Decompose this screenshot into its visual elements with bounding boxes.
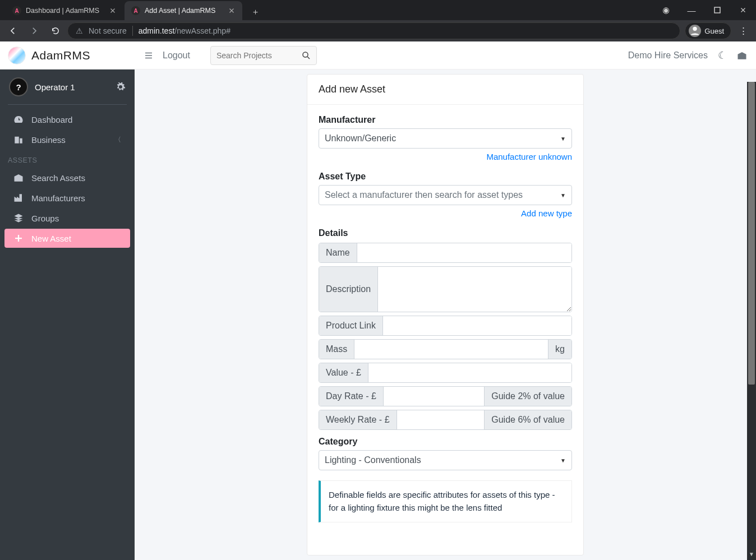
browser-tab-2[interactable]: A Add Asset | AdamRMS: [125, 1, 242, 20]
mass-input[interactable]: [354, 340, 548, 359]
logout-link[interactable]: Logout: [163, 50, 190, 61]
asset-type-label: Asset Type: [319, 172, 572, 182]
card-title: Add new Asset: [307, 75, 583, 105]
add-new-type-link[interactable]: Add new type: [521, 209, 572, 218]
manufacturer-value: Unknown/Generic: [325, 133, 396, 143]
profile-chip[interactable]: Guest: [685, 22, 731, 39]
name-input[interactable]: [357, 243, 571, 262]
tab-title: Add Asset | AdamRMS: [145, 7, 215, 15]
sidebar-item-search-assets[interactable]: Search Assets: [4, 168, 130, 187]
chevron-left-icon: 〈: [114, 135, 121, 145]
gauge-icon: [13, 114, 25, 124]
day-rate-label: Day Rate - £: [319, 387, 384, 406]
new-asset-card: Add new Asset Manufacturer Unknown/Gener…: [307, 74, 584, 556]
day-rate-hint: Guide 2% of value: [484, 387, 571, 406]
warehouse-icon[interactable]: [737, 50, 747, 61]
not-secure-label: Not secure: [89, 26, 127, 35]
sidebar-item-dashboard[interactable]: Dashboard: [4, 110, 130, 129]
back-button[interactable]: [3, 22, 22, 40]
product-link-input[interactable]: [383, 316, 571, 335]
category-value: Lighting - Conventionals: [325, 455, 421, 465]
kebab-icon[interactable]: ⋮: [734, 26, 753, 36]
window-close-icon[interactable]: [730, 0, 756, 20]
details-header: Details: [319, 228, 572, 238]
manufacturer-unknown-link[interactable]: Manufacturer unknown: [486, 152, 572, 161]
value-field-group: Value - £: [319, 363, 572, 383]
tab-title: Dashboard | AdamRMS: [26, 7, 99, 15]
product-link-field-group: Product Link: [319, 316, 572, 336]
value-label: Value - £: [319, 363, 368, 382]
category-select[interactable]: Lighting - Conventionals ▼: [319, 450, 572, 470]
mass-field-group: Mass kg: [319, 339, 572, 359]
tenant-label[interactable]: Demo Hire Services: [628, 50, 708, 61]
name-field-group: Name: [319, 243, 572, 263]
brand[interactable]: AdamRMS: [0, 41, 135, 70]
week-rate-label: Weekly Rate - £: [319, 410, 397, 429]
description-input[interactable]: [378, 267, 571, 312]
sidebar-section-header: ASSETS: [0, 150, 135, 168]
asset-type-placeholder: Select a manufacturer then search for as…: [325, 190, 523, 200]
category-label: Category: [319, 437, 572, 447]
value-input[interactable]: [368, 363, 571, 382]
scroll-thumb[interactable]: [748, 82, 755, 385]
address-bar[interactable]: ⚠ Not secure admin.test/newAsset.php#: [67, 22, 680, 39]
profile-label: Guest: [704, 27, 724, 35]
minimize-icon[interactable]: —: [679, 0, 704, 20]
close-icon[interactable]: [228, 7, 236, 15]
mass-unit: kg: [548, 340, 571, 359]
maximize-icon[interactable]: [704, 0, 730, 20]
avatar-icon: [689, 25, 701, 37]
incognito-icon: ◉: [653, 0, 679, 20]
svg-point-2: [303, 52, 308, 57]
not-secure-icon: ⚠: [76, 26, 83, 35]
sidebar-item-label: Search Assets: [31, 173, 85, 183]
sidebar-item-business[interactable]: Business 〈: [4, 130, 130, 149]
brand-title: AdamRMS: [31, 49, 90, 62]
mass-label: Mass: [319, 340, 354, 359]
chevron-down-icon: ▼: [560, 192, 566, 198]
scroll-down-icon[interactable]: ▼: [747, 551, 756, 560]
building-icon: [13, 135, 25, 145]
search-icon[interactable]: [301, 50, 311, 61]
name-label: Name: [319, 243, 357, 262]
product-link-label: Product Link: [319, 316, 383, 335]
url-host: admin.test: [139, 26, 175, 35]
new-tab-button[interactable]: ＋: [247, 3, 264, 20]
reload-button[interactable]: [46, 22, 65, 40]
week-rate-hint: Guide 6% of value: [484, 410, 571, 429]
menu-toggle-icon[interactable]: [144, 50, 154, 61]
url-path: /newAsset.php#: [174, 26, 231, 35]
svg-rect-0: [714, 7, 720, 13]
gear-icon[interactable]: [116, 82, 126, 92]
svg-point-1: [693, 27, 697, 31]
forward-button[interactable]: [25, 22, 44, 40]
chevron-down-icon: ▼: [560, 136, 566, 142]
sidebar-item-label: New Asset: [31, 234, 71, 243]
manufacturer-select[interactable]: Unknown/Generic ▼: [319, 128, 572, 149]
sidebar-item-groups[interactable]: Groups: [4, 209, 130, 228]
logo-icon: [8, 47, 26, 64]
favicon: A: [131, 6, 140, 15]
definable-fields-info: Definable fields are specific attributes…: [319, 480, 572, 522]
scrollbar[interactable]: ▲ ▼: [747, 82, 756, 560]
sidebar-item-new-asset[interactable]: New Asset: [4, 229, 130, 248]
week-rate-field-group: Weekly Rate - £ Guide 6% of value: [319, 410, 572, 430]
sidebar-item-manufacturers[interactable]: Manufacturers: [4, 188, 130, 207]
sidebar-item-label: Business: [31, 135, 66, 145]
day-rate-input[interactable]: [384, 387, 484, 406]
manufacturer-label: Manufacturer: [319, 115, 572, 125]
day-rate-field-group: Day Rate - £ Guide 2% of value: [319, 386, 572, 406]
close-icon[interactable]: [109, 7, 117, 15]
chevron-down-icon: ▼: [560, 457, 566, 464]
description-label: Description: [319, 267, 378, 312]
user-avatar: ?: [9, 77, 28, 96]
week-rate-input[interactable]: [397, 410, 485, 429]
sidebar-item-label: Manufacturers: [31, 193, 85, 203]
favicon: A: [12, 6, 21, 15]
plus-icon: [13, 233, 25, 243]
warehouse-icon: [13, 173, 25, 183]
asset-type-select[interactable]: Select a manufacturer then search for as…: [319, 185, 572, 205]
sidebar-item-label: Dashboard: [31, 115, 72, 124]
browser-tab-1[interactable]: A Dashboard | AdamRMS: [6, 1, 123, 20]
moon-icon[interactable]: ☾: [718, 49, 727, 62]
